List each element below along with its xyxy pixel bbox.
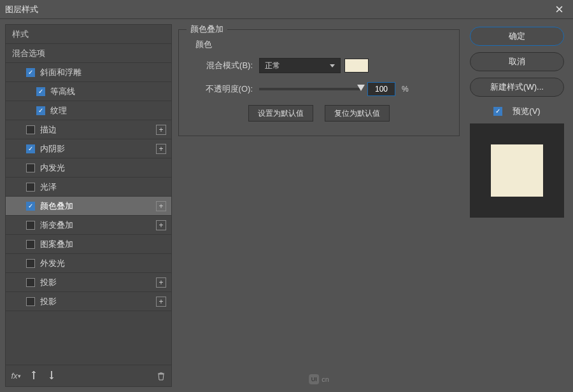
blend-mode-select[interactable]: 正常 <box>259 58 341 73</box>
plus-icon[interactable]: + <box>156 277 166 288</box>
settings-panel: 颜色叠加 颜色 混合模式(B): 正常 不透明度(O): % 设置为默认值 复位… <box>178 24 460 387</box>
style-checkbox[interactable] <box>26 68 35 77</box>
style-checkbox[interactable] <box>26 297 35 306</box>
style-checkbox[interactable] <box>26 221 35 230</box>
style-item-4[interactable]: 内阴影+ <box>6 139 171 158</box>
style-item-3[interactable]: 描边+ <box>6 120 171 139</box>
slider-thumb-icon[interactable] <box>357 85 365 91</box>
style-item-label: 外发光 <box>40 258 65 269</box>
style-item-label: 颜色叠加 <box>40 200 73 212</box>
style-item-label: 图案叠加 <box>40 239 73 250</box>
plus-icon[interactable]: + <box>156 125 166 135</box>
style-item-9[interactable]: 图案叠加 <box>6 235 171 254</box>
style-item-label: 描边 <box>40 124 57 136</box>
arrow-up-icon[interactable]: 🠕 <box>29 371 39 381</box>
style-checkbox[interactable] <box>36 106 45 115</box>
plus-icon[interactable]: + <box>156 297 166 307</box>
style-item-0[interactable]: 斜面和浮雕 <box>6 63 171 82</box>
reset-default-button[interactable]: 复位为默认值 <box>325 105 390 122</box>
style-checkbox[interactable] <box>26 183 35 192</box>
style-item-label: 投影 <box>40 296 57 307</box>
style-checkbox[interactable] <box>26 259 35 268</box>
preview-swatch <box>491 144 543 197</box>
color-section-label: 颜色 <box>189 39 449 50</box>
new-style-button[interactable]: 新建样式(W)... <box>470 78 564 97</box>
arrow-down-icon[interactable]: 🠗 <box>46 371 57 381</box>
fx-icon[interactable]: fx▾ <box>11 371 21 381</box>
style-item-label: 等高线 <box>50 86 75 97</box>
blend-mode-label: 混合模式(B): <box>189 60 259 71</box>
watermark: UI cn <box>309 374 329 384</box>
style-item-label: 投影 <box>40 277 57 288</box>
preview-checkbox[interactable] <box>493 107 502 116</box>
style-checkbox[interactable] <box>26 164 35 172</box>
style-item-label: 斜面和浮雕 <box>40 67 81 78</box>
style-checkbox[interactable] <box>36 87 45 96</box>
opacity-input[interactable] <box>367 82 395 96</box>
style-item-label: 纹理 <box>50 105 67 116</box>
styles-header[interactable]: 样式 <box>6 25 171 44</box>
preview-box <box>470 123 564 218</box>
style-checkbox[interactable] <box>26 240 35 249</box>
plus-icon[interactable]: + <box>156 144 166 154</box>
style-item-1[interactable]: 等高线 <box>6 82 171 101</box>
opacity-slider[interactable] <box>259 88 361 90</box>
style-item-5[interactable]: 内发光 <box>6 158 171 178</box>
style-item-label: 内发光 <box>40 162 65 174</box>
color-swatch[interactable] <box>344 59 369 73</box>
window-title: 图层样式 <box>5 4 38 15</box>
styles-panel: 样式混合选项斜面和浮雕等高线纹理描边+内阴影+内发光光泽颜色叠加+渐变叠加+图案… <box>5 24 172 387</box>
style-checkbox[interactable] <box>26 278 35 287</box>
style-checkbox[interactable] <box>26 125 35 134</box>
set-default-button[interactable]: 设置为默认值 <box>248 105 313 122</box>
blend-mode-value: 正常 <box>265 60 280 71</box>
percent-label: % <box>402 85 409 94</box>
blend-options-header[interactable]: 混合选项 <box>6 44 171 63</box>
style-item-label: 渐变叠加 <box>40 220 73 231</box>
plus-icon[interactable]: + <box>156 201 166 211</box>
action-panel: 确定 取消 新建样式(W)... 预览(V) <box>466 24 568 387</box>
ok-button[interactable]: 确定 <box>470 27 564 46</box>
style-checkbox[interactable] <box>26 144 35 153</box>
preview-label: 预览(V) <box>513 106 540 117</box>
close-icon <box>556 6 563 13</box>
style-checkbox[interactable] <box>26 202 35 211</box>
style-item-2[interactable]: 纹理 <box>6 101 171 120</box>
watermark-icon: UI <box>309 374 319 384</box>
style-item-7[interactable]: 颜色叠加+ <box>6 197 171 216</box>
style-item-6[interactable]: 光泽 <box>6 178 171 197</box>
plus-icon[interactable]: + <box>156 220 166 230</box>
style-item-label: 光泽 <box>40 181 57 193</box>
close-button[interactable] <box>550 1 568 18</box>
cancel-button[interactable]: 取消 <box>470 52 564 71</box>
opacity-label: 不透明度(O): <box>189 83 259 95</box>
style-item-label: 内阴影 <box>40 143 65 155</box>
style-item-11[interactable]: 投影+ <box>6 273 171 292</box>
panel-legend: 颜色叠加 <box>187 24 227 35</box>
style-item-8[interactable]: 渐变叠加+ <box>6 216 171 235</box>
style-item-10[interactable]: 外发光 <box>6 254 171 273</box>
style-item-12[interactable]: 投影+ <box>6 292 171 311</box>
trash-icon[interactable] <box>156 371 166 381</box>
